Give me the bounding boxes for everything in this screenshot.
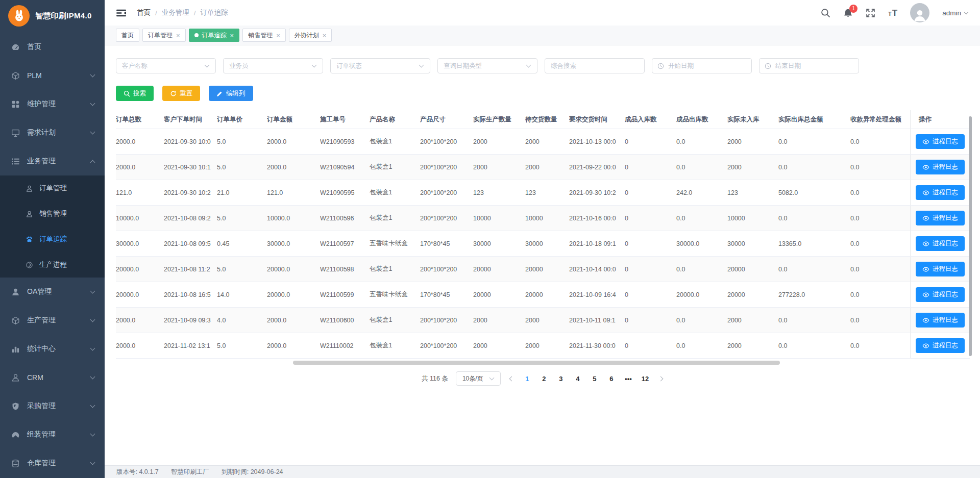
sidebar-item[interactable]: 采购管理 (0, 392, 105, 420)
horizontal-scrollbar[interactable] (293, 361, 780, 365)
table-cell: 123 (525, 189, 569, 196)
tab[interactable]: 销售管理× (242, 29, 286, 42)
hamburger-icon[interactable] (116, 8, 127, 18)
sidebar-item[interactable]: 统计中心 (0, 335, 105, 363)
filter-input[interactable] (760, 59, 859, 73)
sidebar-subitem[interactable]: 订单追踪 (0, 227, 105, 252)
search-button[interactable]: 搜索 (116, 86, 154, 101)
table-cell: W21100599 (320, 291, 370, 298)
progress-log-button[interactable]: 进程日志 (916, 287, 965, 302)
progress-log-button[interactable]: 进程日志 (916, 160, 965, 174)
table-cell: 20000.0 (116, 291, 164, 298)
page-button[interactable]: 12 (641, 375, 650, 383)
filter-select[interactable] (223, 58, 323, 73)
sidebar-item[interactable]: OA管理 (0, 278, 105, 306)
user-menu[interactable]: admin (942, 9, 968, 17)
close-icon[interactable]: × (323, 32, 327, 39)
breadcrumb-item[interactable]: 业务管理 (162, 8, 189, 17)
table-cell: 242.0 (676, 189, 727, 196)
table-cell: W21090593 (320, 138, 370, 145)
filter-select[interactable] (437, 58, 537, 73)
filter-input[interactable] (224, 59, 323, 73)
toolbar: 搜索 重置 编辑列 (116, 86, 970, 101)
search-icon[interactable] (821, 8, 830, 18)
next-page-button[interactable] (657, 377, 664, 381)
sidebar-item[interactable]: 业务管理 (0, 147, 105, 175)
page-button[interactable]: 5 (590, 375, 599, 383)
sidebar-item[interactable]: 组装管理 (0, 420, 105, 449)
sidebar: 智慧印刷IPM4.0 首页PLM维护管理需求计划业务管理订单管理销售管理订单追踪… (0, 0, 105, 478)
filter-select[interactable] (116, 58, 216, 73)
sidebar-item[interactable]: 生产管理 (0, 306, 105, 335)
filter-input[interactable] (116, 59, 215, 73)
page-size-select[interactable]: 10条/页 (456, 371, 501, 386)
tab[interactable]: 订单追踪× (189, 29, 240, 42)
column-header: 待交货数量 (525, 115, 569, 124)
table-cell: 0.0 (778, 215, 850, 222)
progress-log-button[interactable]: 进程日志 (916, 211, 965, 225)
filter-input[interactable] (545, 59, 644, 73)
more-pages-button[interactable]: ••• (624, 375, 633, 383)
prev-page-button[interactable] (508, 377, 515, 381)
sidebar-subitem[interactable]: 订单管理 (0, 175, 105, 201)
sidebar-item[interactable]: 维护管理 (0, 90, 105, 118)
table-cell: 2021-09-30 10:2 (569, 189, 625, 196)
progress-log-button[interactable]: 进程日志 (916, 313, 965, 328)
topbar-actions: 1 TT admin (821, 3, 968, 22)
progress-log-button[interactable]: 进程日志 (916, 185, 965, 200)
avatar[interactable] (910, 3, 929, 22)
page-button[interactable]: 2 (540, 375, 549, 383)
tab[interactable]: 外协计划× (289, 29, 332, 42)
edit-columns-button[interactable]: 编辑列 (209, 86, 253, 101)
search-icon (124, 90, 130, 97)
notifications-button[interactable]: 1 (843, 8, 853, 18)
vertical-scrollbar[interactable] (969, 116, 972, 356)
sidebar-item[interactable]: CRM (0, 363, 105, 392)
sidebar-item[interactable]: 需求计划 (0, 118, 105, 147)
table-cell: 2021-10-08 16:5 (164, 291, 217, 298)
sidebar-subitem[interactable]: 销售管理 (0, 201, 105, 227)
table-cell: 277228.0 (778, 291, 850, 298)
page-button[interactable]: 6 (607, 375, 616, 383)
column-header: 收款异常处理金额 (850, 115, 910, 124)
sidebar-item[interactable]: 首页 (0, 33, 105, 61)
progress-log-button[interactable]: 进程日志 (916, 236, 965, 251)
sidebar-item[interactable]: 仓库管理 (0, 449, 105, 477)
page-button[interactable]: 1 (523, 375, 532, 383)
tab[interactable]: 首页 (116, 29, 139, 42)
sidebar-item-label: 需求计划 (27, 128, 91, 137)
fullscreen-icon[interactable] (866, 8, 875, 18)
breadcrumb-item[interactable]: 首页 (137, 8, 151, 17)
filter-date[interactable] (652, 58, 752, 73)
column-header: 订单单价 (217, 115, 267, 124)
page-button[interactable]: 3 (556, 375, 566, 383)
progress-log-button[interactable]: 进程日志 (916, 262, 965, 276)
filter-input[interactable] (331, 59, 430, 73)
close-icon[interactable]: × (276, 32, 280, 39)
table-cell: 五香味卡纸盒 (370, 239, 420, 248)
tab[interactable]: 订单管理× (142, 29, 186, 42)
page-button[interactable]: 4 (573, 375, 582, 383)
table-cell: 2021-10-13 00:0 (569, 138, 625, 145)
table-cell: 20000.0 (267, 291, 320, 298)
filter-select[interactable] (330, 58, 430, 73)
filter-text[interactable] (545, 58, 645, 73)
close-icon[interactable]: × (176, 32, 180, 39)
table-cell: W21100598 (320, 266, 370, 273)
filter-input[interactable] (652, 59, 751, 73)
close-icon[interactable]: × (230, 32, 234, 39)
sidebar-item[interactable]: PLM (0, 61, 105, 90)
reset-button[interactable]: 重置 (162, 86, 200, 101)
filter-date[interactable] (759, 58, 859, 73)
table-header: 订单总数客户下单时间订单单价订单金额施工单号产品名称产品尺寸实际生产数量待交货数… (116, 110, 970, 129)
filter-input[interactable] (438, 59, 537, 73)
table-cell: 2000.0 (267, 164, 320, 171)
progress-log-button[interactable]: 进程日志 (916, 134, 965, 149)
footer: 版本号: 4.0.1.7 智慧印刷工厂 到期时间: 2049-06-24 (105, 465, 980, 478)
progress-log-button[interactable]: 进程日志 (916, 338, 965, 353)
person-icon (912, 7, 927, 22)
chevron-down-icon (90, 288, 95, 293)
tab-label: 外协计划 (295, 31, 319, 40)
sidebar-subitem[interactable]: 生产进程 (0, 252, 105, 278)
font-size-icon[interactable]: TT (888, 9, 897, 17)
